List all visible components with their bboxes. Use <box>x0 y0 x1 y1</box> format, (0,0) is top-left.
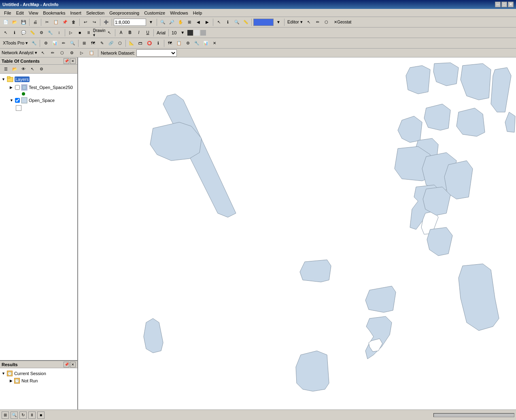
xtools-btn9[interactable]: 🔗 <box>107 39 115 47</box>
xtools-btn11[interactable]: 📐 <box>127 39 136 47</box>
delete-button[interactable]: 🗑 <box>70 18 78 26</box>
toc-pin-button[interactable]: 📌 <box>64 58 69 64</box>
xtools-btn3[interactable]: 📊 <box>51 39 59 47</box>
status-btn2[interactable]: 🔍 <box>11 412 18 419</box>
layer1-expand-icon[interactable]: ▶ <box>10 85 14 89</box>
toc-visibility-btn[interactable]: 👁 <box>19 65 28 73</box>
print-button[interactable]: 🖨 <box>31 18 39 26</box>
layer1-checkbox[interactable] <box>15 85 20 90</box>
status-pause[interactable]: ⏸ <box>28 412 36 419</box>
color1-btn[interactable] <box>187 30 193 36</box>
result-current-session[interactable]: ▼ 🕐 Current Session <box>2 370 76 377</box>
layers-expand-icon[interactable]: ▼ <box>2 77 6 81</box>
search-btn[interactable]: 🔍 <box>233 18 241 26</box>
scale-dropdown-btn[interactable]: ▼ <box>147 18 155 26</box>
xtools-btn8[interactable]: ✎ <box>98 39 106 47</box>
xtools-btn20[interactable]: ✕ <box>210 39 219 47</box>
toc-source-btn[interactable]: 📂 <box>11 65 19 73</box>
zoom-in-button[interactable]: 🔍 <box>159 18 167 26</box>
save-button[interactable]: 💾 <box>19 18 28 26</box>
underline-btn[interactable]: U <box>144 29 152 37</box>
status-btn1[interactable]: ⊞ <box>2 412 9 419</box>
network-dataset-select[interactable] <box>136 49 177 57</box>
toc-layer-test-open-space[interactable]: ▶ Test_Open_Space250 <box>2 83 76 91</box>
font-size-drop[interactable]: ▼ <box>178 29 187 37</box>
tb2-btn4[interactable]: 📏 <box>28 29 36 37</box>
menu-windows[interactable]: Windows <box>168 10 191 16</box>
prev-extent-button[interactable]: ◀ <box>194 18 202 26</box>
xtools-btn7[interactable]: 🗺 <box>89 39 97 47</box>
xtools-btn15[interactable]: 🗺 <box>166 39 174 47</box>
menu-customize[interactable]: Customize <box>142 10 168 16</box>
editor-btn1[interactable]: ↖ <box>305 18 313 26</box>
na-btn2[interactable]: ✏ <box>49 49 57 57</box>
redo-button[interactable]: ↪ <box>90 18 98 26</box>
xtools-btn17[interactable]: ⚙ <box>184 39 192 47</box>
drawing-btn[interactable]: Drawing ▾ <box>96 29 104 37</box>
session-expand-icon[interactable]: ▼ <box>2 371 5 375</box>
tb2-btn6[interactable]: 🔧 <box>46 29 54 37</box>
tb2-btn2[interactable]: ℹ <box>11 29 19 37</box>
geostat-btn[interactable]: Geostat <box>340 18 348 26</box>
scrollbar-horizontal[interactable] <box>433 413 514 417</box>
toc-layer-open-space[interactable]: ▼ Open_Space <box>2 96 76 104</box>
toc-options-btn[interactable]: ⚙ <box>37 65 45 73</box>
xtools-btn2[interactable]: ⚙ <box>42 39 50 47</box>
na-btn4[interactable]: ⚙ <box>68 49 76 57</box>
dropdown-blue[interactable]: ▼ <box>274 18 282 26</box>
pan-button[interactable]: ✋ <box>176 18 185 26</box>
color2-btn[interactable] <box>194 30 200 36</box>
copy-button[interactable]: 📋 <box>52 18 60 26</box>
minimize-button[interactable]: ─ <box>495 2 501 7</box>
notrun-expand-icon[interactable]: ▶ <box>10 379 13 383</box>
status-refresh[interactable]: ↻ <box>19 412 27 419</box>
editor-btn2[interactable]: ✏ <box>314 18 322 26</box>
color3-btn[interactable] <box>200 30 206 36</box>
cut-button[interactable]: ✂ <box>43 18 51 26</box>
close-button[interactable]: ✕ <box>508 2 514 7</box>
identify-btn[interactable]: ℹ <box>224 18 232 26</box>
text-btn[interactable]: A <box>117 29 125 37</box>
xtools-btn6[interactable]: ⊞ <box>80 39 88 47</box>
xtools-btn5[interactable]: 🔍 <box>68 39 76 47</box>
measure-btn[interactable]: 📏 <box>242 18 250 26</box>
italic-btn[interactable]: I <box>135 29 143 37</box>
tb2-pause[interactable]: ⏸ <box>85 29 93 37</box>
map-area[interactable] <box>78 57 516 409</box>
zoom-out-button[interactable]: 🔎 <box>168 18 176 26</box>
network-analyst-label[interactable]: Network Analyst ▾ <box>2 50 37 55</box>
results-pin-button[interactable]: 📌 <box>64 362 69 367</box>
xtools-btn13[interactable]: ⭕ <box>145 39 153 47</box>
status-stop[interactable]: ■ <box>37 412 45 419</box>
undo-button[interactable]: ↩ <box>81 18 89 26</box>
xtools-btn1[interactable]: 🔧 <box>30 39 38 47</box>
tb2-btn3[interactable]: 💬 <box>19 29 28 37</box>
na-btn5[interactable]: ▷ <box>78 49 86 57</box>
tb2-stop[interactable]: ■ <box>76 29 84 37</box>
next-extent-button[interactable]: ▶ <box>203 18 211 26</box>
menu-edit[interactable]: Edit <box>14 10 26 16</box>
menu-selection[interactable]: Selection <box>84 10 107 16</box>
blue-field[interactable] <box>253 19 274 26</box>
menu-help[interactable]: Help <box>191 10 205 16</box>
tb2-btn7[interactable]: ↕ <box>55 29 63 37</box>
toc-list-btn[interactable]: ☰ <box>2 65 10 73</box>
na-btn3[interactable]: ⬡ <box>58 49 66 57</box>
result-not-run[interactable]: ▶ 🕐 Not Run <box>2 377 76 384</box>
cursor-btn[interactable]: ↖ <box>105 29 113 37</box>
na-btn6[interactable]: 📋 <box>87 49 96 57</box>
xtools-btn4[interactable]: ✏ <box>59 39 68 47</box>
xtools-btn10[interactable]: ⬡ <box>116 39 124 47</box>
xtools-btn19[interactable]: 📊 <box>202 39 210 47</box>
paste-button[interactable]: 📌 <box>61 18 69 26</box>
open-button[interactable]: 📂 <box>11 18 19 26</box>
na-btn1[interactable]: ↖ <box>39 49 47 57</box>
xtools-btn18[interactable]: 🔧 <box>193 39 201 47</box>
tb2-btn1[interactable]: ↖ <box>2 29 10 37</box>
layer2-expand-icon[interactable]: ▼ <box>10 98 14 102</box>
menu-bookmarks[interactable]: Bookmarks <box>40 10 68 16</box>
layer2-checkbox[interactable] <box>15 98 20 103</box>
xtools-btn14[interactable]: ℹ <box>154 39 162 47</box>
tb2-btn5[interactable]: ⚙ <box>37 29 45 37</box>
menu-file[interactable]: File <box>2 10 14 16</box>
